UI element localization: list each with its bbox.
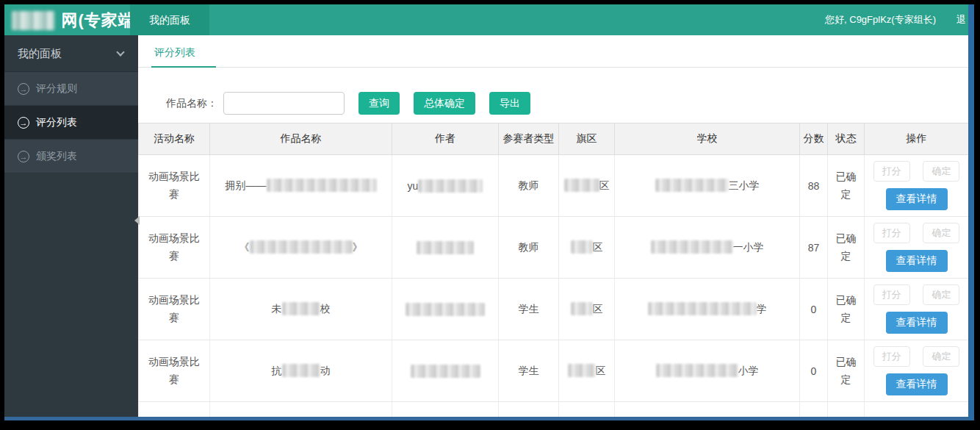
cell-score: 88 (800, 155, 828, 217)
cell-activity: 动画场景比赛 (139, 340, 210, 402)
col-school: 学校 (615, 123, 800, 155)
tab-scoring-list[interactable]: 评分列表 (151, 35, 216, 68)
search-label: 作品名称： (166, 97, 217, 110)
confirm-button-disabled[interactable]: 确定 (923, 284, 959, 305)
logout-link[interactable]: 退 (956, 4, 968, 35)
col-status: 状态 (828, 123, 865, 155)
sidebar-item-award-list[interactable]: → 颁奖列表 (4, 140, 138, 173)
score-button-disabled[interactable]: 打分 (873, 346, 910, 367)
table-row: 动画场景比赛 《》 教师 区 一小学 87 已确定 打分 确定 查看详情 (139, 217, 969, 279)
query-button[interactable]: 查询 (359, 92, 400, 115)
col-district: 旗区 (559, 123, 615, 155)
redacted-text (417, 241, 474, 254)
score-button-disabled[interactable]: 打分 (873, 223, 910, 243)
table-row: 动画场景比赛 未校 学生 区 学 0 已确定 打分 确定 查看详情 (139, 279, 969, 340)
cell-activity: 动画场景比赛 (139, 155, 210, 217)
confirm-button-disabled[interactable]: 确定 (923, 346, 959, 367)
sidebar-group-my-panel[interactable]: 我的面板 (4, 35, 138, 72)
redacted-text (411, 365, 480, 378)
app-window: 网(专家端) 我的面板 您好, C9gFplKz(专家组长) 退 我的面板 → … (4, 4, 968, 417)
cell-author (392, 340, 499, 402)
cell-district: 区 (559, 155, 615, 217)
redacted-text (418, 179, 483, 193)
window-edge-right (968, 4, 974, 420)
col-actions: 操作 (865, 123, 969, 155)
user-greeting: 您好, C9gFplKz(专家组长) (825, 4, 936, 35)
cell-work-name: 抗动 (210, 340, 392, 402)
confirm-all-button[interactable]: 总体确定 (414, 92, 475, 115)
redacted-text (564, 179, 599, 192)
cell-school: 小学 (615, 340, 800, 402)
cell-author: yu (392, 155, 499, 217)
logo-image-redacted (12, 11, 54, 30)
sidebar-item-scoring-list[interactable]: → 评分列表 (4, 106, 138, 140)
sidebar-collapse-triangle-left-icon[interactable] (134, 216, 140, 225)
confirm-button-disabled[interactable]: 确定 (923, 161, 959, 182)
sidebar: 我的面板 → 评分规则 → 评分列表 → 颁奖列表 (4, 35, 138, 417)
table-header-row: 活动名称 作品名称 作者 参赛者类型 旗区 学校 分数 状态 操作 (139, 123, 969, 155)
redacted-text (656, 364, 738, 377)
cell-status: 已确定 (828, 279, 865, 340)
cell-actions: 打分 确定 查看详情 (865, 340, 969, 402)
cell-score: 0 (800, 340, 828, 402)
main-content: 评分列表 作品名称： 查询 总体确定 导出 活动名称 作品名称 作者 参赛者类型 (138, 35, 968, 417)
redacted-text (568, 364, 596, 377)
col-author: 作者 (392, 123, 499, 155)
cell-school: 三小学 (615, 155, 800, 217)
table-row: 动画场景比赛 拥别—— yu 教师 区 三小学 88 已确定 打分 确定 查看详… (139, 155, 969, 217)
table-row: 动画场景比赛 抗动 学生 区 小学 0 已确定 打分 确定 查看详情 (139, 340, 969, 402)
cell-status: 已确定 (828, 155, 865, 217)
redacted-text (282, 364, 320, 377)
topbar: 网(专家端) 我的面板 您好, C9gFplKz(专家组长) 退 (4, 4, 968, 35)
cell-school: 学 (615, 279, 800, 340)
cell-activity: 动画场景比赛 (139, 217, 210, 279)
app-logo: 网(专家端) (12, 4, 141, 35)
cell-participant-type: 教师 (499, 155, 559, 217)
circle-arrow-right-icon: → (18, 151, 29, 162)
score-button-disabled[interactable]: 打分 (873, 284, 910, 305)
redacted-text (648, 302, 757, 315)
col-activity-name: 活动名称 (139, 123, 210, 155)
app-title: 网(专家端) (61, 11, 141, 29)
circle-arrow-right-icon: → (18, 83, 29, 95)
cell-author (392, 279, 499, 340)
cell-school: 一小学 (615, 217, 800, 279)
table-row-partial (139, 402, 969, 418)
chevron-down-icon (116, 48, 124, 56)
cell-district: 区 (559, 217, 615, 279)
sidebar-item-label: 评分规则 (36, 82, 77, 96)
cell-status: 已确定 (828, 217, 865, 279)
cell-work-name: 《》 (210, 217, 392, 279)
work-name-search-input[interactable] (223, 92, 345, 115)
redacted-text (267, 179, 377, 192)
cell-district: 区 (559, 279, 615, 340)
cell-work-name: 未校 (210, 279, 392, 340)
cell-participant-type: 教师 (499, 217, 559, 279)
sidebar-item-scoring-rules[interactable]: → 评分规则 (4, 72, 138, 106)
content-tabstrip: 评分列表 (138, 35, 968, 68)
table-body: 动画场景比赛 拥别—— yu 教师 区 三小学 88 已确定 打分 确定 查看详… (139, 155, 969, 402)
view-detail-button[interactable]: 查看详情 (886, 312, 948, 334)
scoring-table: 活动名称 作品名称 作者 参赛者类型 旗区 学校 分数 状态 操作 动画场景比赛… (138, 123, 968, 417)
cell-score: 87 (800, 217, 828, 279)
view-detail-button[interactable]: 查看详情 (886, 250, 948, 272)
score-button-disabled[interactable]: 打分 (873, 161, 910, 182)
view-detail-button[interactable]: 查看详情 (886, 373, 948, 395)
export-button[interactable]: 导出 (489, 92, 530, 115)
cell-actions: 打分 确定 查看详情 (865, 155, 969, 217)
sidebar-item-label: 评分列表 (36, 116, 77, 129)
view-detail-button[interactable]: 查看详情 (886, 188, 948, 210)
cell-participant-type: 学生 (499, 279, 559, 340)
cell-actions: 打分 确定 查看详情 (865, 217, 969, 279)
cell-actions: 打分 确定 查看详情 (865, 279, 969, 340)
redacted-text (655, 179, 729, 192)
topbar-tab-my-panel[interactable]: 我的面板 (130, 4, 209, 35)
confirm-button-disabled[interactable]: 确定 (923, 223, 959, 243)
cell-status: 已确定 (828, 340, 865, 402)
cell-participant-type: 学生 (499, 340, 559, 402)
sidebar-group-label: 我的面板 (18, 47, 62, 60)
cell-activity: 动画场景比赛 (139, 279, 210, 340)
redacted-text (250, 240, 353, 254)
window-edge-bottom (4, 417, 968, 420)
sidebar-item-label: 颁奖列表 (36, 150, 77, 163)
